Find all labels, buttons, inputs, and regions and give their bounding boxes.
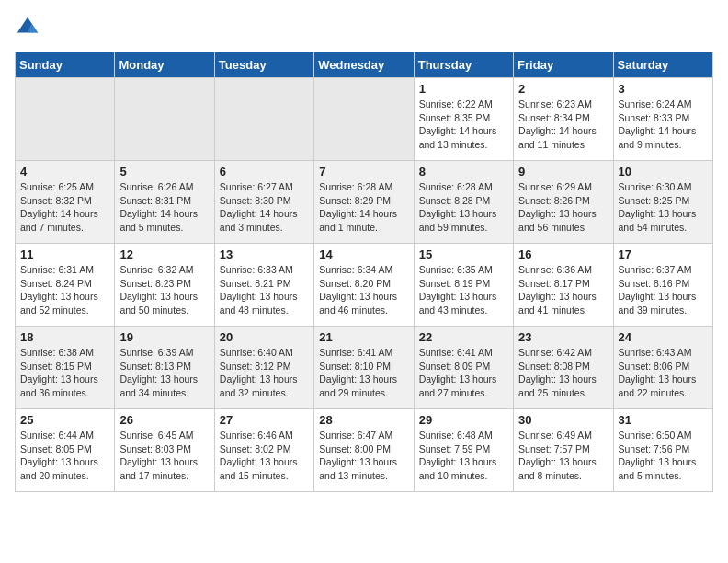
day-number: 22 — [419, 330, 508, 344]
calendar-cell: 6Sunrise: 6:27 AM Sunset: 8:30 PM Daylig… — [214, 161, 313, 244]
calendar-cell: 11Sunrise: 6:31 AM Sunset: 8:24 PM Dayli… — [16, 244, 115, 327]
day-number: 3 — [619, 82, 708, 96]
day-number: 30 — [518, 413, 608, 427]
calendar-cell — [314, 78, 414, 161]
calendar-week-4: 18Sunrise: 6:38 AM Sunset: 8:15 PM Dayli… — [16, 327, 713, 409]
calendar-cell: 16Sunrise: 6:36 AM Sunset: 8:17 PM Dayli… — [514, 244, 613, 327]
day-number: 6 — [220, 165, 309, 178]
calendar-cell: 10Sunrise: 6:30 AM Sunset: 8:25 PM Dayli… — [613, 161, 712, 244]
weekday-header-tuesday: Tuesday — [214, 52, 313, 78]
calendar-cell: 22Sunrise: 6:41 AM Sunset: 8:09 PM Dayli… — [414, 327, 513, 409]
page-header — [15, 15, 713, 40]
day-info: Sunrise: 6:33 AM Sunset: 8:21 PM Dayligh… — [220, 263, 309, 317]
calendar-cell — [16, 78, 115, 161]
calendar-cell: 2Sunrise: 6:23 AM Sunset: 8:34 PM Daylig… — [514, 78, 613, 161]
calendar-cell: 23Sunrise: 6:42 AM Sunset: 8:08 PM Dayli… — [514, 327, 613, 409]
day-number: 13 — [220, 247, 309, 261]
day-number: 11 — [20, 247, 109, 261]
day-number: 20 — [220, 330, 309, 344]
day-info: Sunrise: 6:30 AM Sunset: 8:25 PM Dayligh… — [619, 180, 708, 235]
day-info: Sunrise: 6:27 AM Sunset: 8:30 PM Dayligh… — [220, 180, 309, 235]
calendar-cell: 1Sunrise: 6:22 AM Sunset: 8:35 PM Daylig… — [414, 78, 513, 161]
weekday-header-wednesday: Wednesday — [314, 52, 414, 78]
day-info: Sunrise: 6:29 AM Sunset: 8:26 PM Dayligh… — [518, 180, 608, 235]
day-info: Sunrise: 6:35 AM Sunset: 8:19 PM Dayligh… — [419, 263, 508, 317]
day-info: Sunrise: 6:46 AM Sunset: 8:02 PM Dayligh… — [220, 429, 309, 483]
day-info: Sunrise: 6:26 AM Sunset: 8:31 PM Dayligh… — [119, 180, 209, 235]
day-number: 4 — [20, 165, 109, 178]
calendar-cell: 19Sunrise: 6:39 AM Sunset: 8:13 PM Dayli… — [115, 327, 214, 409]
day-info: Sunrise: 6:48 AM Sunset: 7:59 PM Dayligh… — [419, 429, 508, 483]
logo-icon — [15, 15, 40, 40]
day-number: 9 — [518, 165, 608, 178]
calendar-cell: 25Sunrise: 6:44 AM Sunset: 8:05 PM Dayli… — [16, 409, 115, 492]
calendar-cell: 31Sunrise: 6:50 AM Sunset: 7:56 PM Dayli… — [613, 409, 712, 492]
weekday-header-monday: Monday — [115, 52, 214, 78]
day-info: Sunrise: 6:23 AM Sunset: 8:34 PM Dayligh… — [518, 98, 608, 152]
calendar-cell: 15Sunrise: 6:35 AM Sunset: 8:19 PM Dayli… — [414, 244, 513, 327]
day-number: 15 — [419, 247, 508, 261]
day-number: 24 — [619, 330, 708, 344]
day-number: 25 — [20, 413, 109, 427]
day-info: Sunrise: 6:32 AM Sunset: 8:23 PM Dayligh… — [119, 263, 209, 317]
day-info: Sunrise: 6:38 AM Sunset: 8:15 PM Dayligh… — [20, 346, 109, 400]
day-number: 27 — [220, 413, 309, 427]
calendar-cell: 7Sunrise: 6:28 AM Sunset: 8:29 PM Daylig… — [314, 161, 414, 244]
calendar-cell: 13Sunrise: 6:33 AM Sunset: 8:21 PM Dayli… — [214, 244, 313, 327]
weekday-header-thursday: Thursday — [414, 52, 513, 78]
day-number: 5 — [119, 165, 209, 178]
day-info: Sunrise: 6:39 AM Sunset: 8:13 PM Dayligh… — [119, 346, 209, 400]
calendar-cell: 9Sunrise: 6:29 AM Sunset: 8:26 PM Daylig… — [514, 161, 613, 244]
day-number: 21 — [319, 330, 408, 344]
logo — [15, 15, 44, 40]
day-info: Sunrise: 6:40 AM Sunset: 8:12 PM Dayligh… — [220, 346, 309, 400]
calendar-cell: 20Sunrise: 6:40 AM Sunset: 8:12 PM Dayli… — [214, 327, 313, 409]
day-number: 10 — [619, 165, 708, 178]
day-number: 16 — [518, 247, 608, 261]
day-info: Sunrise: 6:36 AM Sunset: 8:17 PM Dayligh… — [518, 263, 608, 317]
day-number: 8 — [419, 165, 508, 178]
day-info: Sunrise: 6:25 AM Sunset: 8:32 PM Dayligh… — [20, 180, 109, 235]
day-info: Sunrise: 6:28 AM Sunset: 8:29 PM Dayligh… — [319, 180, 408, 235]
day-number: 28 — [319, 413, 408, 427]
calendar-week-3: 11Sunrise: 6:31 AM Sunset: 8:24 PM Dayli… — [16, 244, 713, 327]
day-info: Sunrise: 6:37 AM Sunset: 8:16 PM Dayligh… — [619, 263, 708, 317]
weekday-header-sunday: Sunday — [16, 52, 115, 78]
day-number: 26 — [119, 413, 209, 427]
calendar-week-2: 4Sunrise: 6:25 AM Sunset: 8:32 PM Daylig… — [16, 161, 713, 244]
calendar-cell: 29Sunrise: 6:48 AM Sunset: 7:59 PM Dayli… — [414, 409, 513, 492]
calendar-cell: 14Sunrise: 6:34 AM Sunset: 8:20 PM Dayli… — [314, 244, 414, 327]
day-info: Sunrise: 6:34 AM Sunset: 8:20 PM Dayligh… — [319, 263, 408, 317]
day-info: Sunrise: 6:49 AM Sunset: 7:57 PM Dayligh… — [518, 429, 608, 483]
calendar-cell: 27Sunrise: 6:46 AM Sunset: 8:02 PM Dayli… — [214, 409, 313, 492]
day-number: 18 — [20, 330, 109, 344]
day-number: 23 — [518, 330, 608, 344]
day-number: 1 — [419, 82, 508, 96]
day-number: 29 — [419, 413, 508, 427]
day-info: Sunrise: 6:28 AM Sunset: 8:28 PM Dayligh… — [419, 180, 508, 235]
day-number: 19 — [119, 330, 209, 344]
weekday-header-friday: Friday — [514, 52, 613, 78]
calendar-cell — [115, 78, 214, 161]
weekday-header-saturday: Saturday — [613, 52, 712, 78]
day-info: Sunrise: 6:31 AM Sunset: 8:24 PM Dayligh… — [20, 263, 109, 317]
day-info: Sunrise: 6:47 AM Sunset: 8:00 PM Dayligh… — [319, 429, 408, 483]
calendar-cell: 26Sunrise: 6:45 AM Sunset: 8:03 PM Dayli… — [115, 409, 214, 492]
day-info: Sunrise: 6:42 AM Sunset: 8:08 PM Dayligh… — [518, 346, 608, 400]
day-number: 7 — [319, 165, 408, 178]
day-info: Sunrise: 6:41 AM Sunset: 8:09 PM Dayligh… — [419, 346, 508, 400]
day-number: 14 — [319, 247, 408, 261]
calendar-cell: 3Sunrise: 6:24 AM Sunset: 8:33 PM Daylig… — [613, 78, 712, 161]
weekday-header-row: SundayMondayTuesdayWednesdayThursdayFrid… — [16, 52, 713, 78]
calendar-cell: 30Sunrise: 6:49 AM Sunset: 7:57 PM Dayli… — [514, 409, 613, 492]
day-info: Sunrise: 6:24 AM Sunset: 8:33 PM Dayligh… — [619, 98, 708, 152]
day-info: Sunrise: 6:22 AM Sunset: 8:35 PM Dayligh… — [419, 98, 508, 152]
calendar-cell: 28Sunrise: 6:47 AM Sunset: 8:00 PM Dayli… — [314, 409, 414, 492]
calendar-cell: 8Sunrise: 6:28 AM Sunset: 8:28 PM Daylig… — [414, 161, 513, 244]
calendar-cell: 4Sunrise: 6:25 AM Sunset: 8:32 PM Daylig… — [16, 161, 115, 244]
day-info: Sunrise: 6:43 AM Sunset: 8:06 PM Dayligh… — [619, 346, 708, 400]
calendar-cell: 18Sunrise: 6:38 AM Sunset: 8:15 PM Dayli… — [16, 327, 115, 409]
day-info: Sunrise: 6:44 AM Sunset: 8:05 PM Dayligh… — [20, 429, 109, 483]
day-info: Sunrise: 6:41 AM Sunset: 8:10 PM Dayligh… — [319, 346, 408, 400]
day-number: 2 — [518, 82, 608, 96]
